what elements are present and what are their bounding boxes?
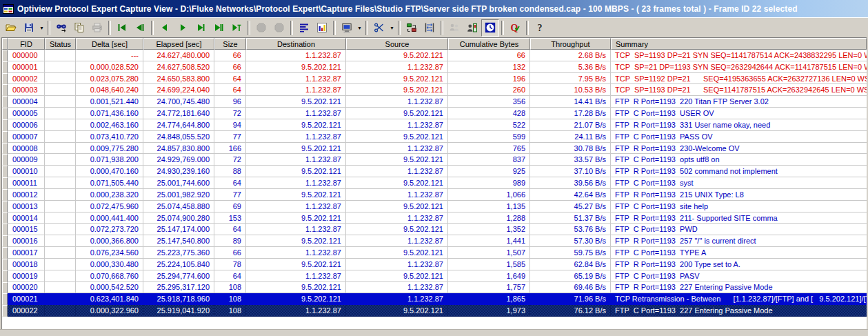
cell-delta: 0.009,775.280 <box>76 143 143 155</box>
frame-row-000022[interactable]: 0000220.000,322.96025.919,041.9201081.1.… <box>2 305 867 317</box>
capture-view-mode-button[interactable] <box>338 19 356 37</box>
cell-status <box>45 189 76 201</box>
open-file-button[interactable] <box>2 19 20 37</box>
binoculars-icon <box>56 22 67 33</box>
cell-size: 64 <box>214 270 246 282</box>
column-header-fid[interactable]: FID <box>8 38 45 50</box>
svg-text:?: ? <box>538 23 543 33</box>
save-button[interactable] <box>20 19 38 37</box>
clock-icon <box>485 22 496 33</box>
frame-row-000016[interactable]: 0000160.000,366.80025.147,540.800899.5.2… <box>2 235 867 247</box>
cell-status <box>45 247 76 259</box>
copy-button[interactable] <box>70 19 88 37</box>
cell-elapsed: 24.857,830.800 <box>143 143 214 155</box>
cell-size: 72 <box>214 154 246 166</box>
app-window: Optiview Protocol Expert Capture View - … <box>0 0 868 336</box>
toolbar-separator <box>333 21 336 35</box>
frame-row-000008[interactable]: 0000080.009,775.28024.857,830.8001669.5.… <box>2 143 867 155</box>
cell-delta: 0.623,401.840 <box>76 293 143 305</box>
column-header-status[interactable]: Status <box>45 38 76 50</box>
frame-row-000017[interactable]: 0000170.076,234.56025.223,775.360661.1.2… <box>2 247 867 259</box>
row-margin-cell <box>2 108 8 119</box>
cell-source: 1.1.232.87 <box>346 235 448 247</box>
frame-row-000015[interactable]: 0000150.072,273.72025.147,174.000641.1.2… <box>2 224 867 235</box>
frame-row-000019[interactable]: 0000190.070,668.76025.294,774.600641.1.2… <box>2 270 867 282</box>
next-frame-button[interactable] <box>174 19 192 37</box>
frame-row-000020[interactable]: 0000200.000,542.52025.295,317.1201089.5.… <box>2 282 867 294</box>
help-button[interactable]: ? <box>531 19 549 37</box>
cell-cumulative_bytes: 1,352 <box>448 224 530 235</box>
frame-row-000000[interactable]: 000000---24.627,480.000661.1.232.879.5.2… <box>2 50 867 61</box>
frame-row-000003[interactable]: 0000030.048,640.24024.699,224.040641.1.2… <box>2 84 867 96</box>
cell-elapsed: 24.627,480.000 <box>143 50 214 61</box>
cell-fid: 000003 <box>8 84 45 96</box>
row-margin-cell <box>2 61 8 73</box>
frame-row-000018[interactable]: 0000180.000,330.48025.224,105.840789.5.2… <box>2 259 867 270</box>
cell-fid: 000005 <box>8 108 45 119</box>
cell-fid: 000020 <box>8 282 45 294</box>
timing-view-button[interactable] <box>481 19 499 37</box>
cell-throughput: 39.56 B/s <box>530 177 611 189</box>
expert-summary-button[interactable] <box>463 19 481 37</box>
column-header-summary[interactable]: Summary <box>611 38 867 50</box>
goto-tagged-frame-button[interactable] <box>228 19 245 37</box>
cell-size: 69 <box>214 201 246 213</box>
frame-row-000012[interactable]: 0000120.000,238.32025.001,982.920779.5.2… <box>2 189 867 201</box>
frame-row-000013[interactable]: 0000130.072,475.96025.074,458.880691.1.2… <box>2 201 867 213</box>
column-header-destination[interactable]: Destination <box>246 38 346 50</box>
column-header-delta[interactable]: Delta [sec] <box>76 38 143 50</box>
cell-status <box>45 259 76 270</box>
frame-row-000009[interactable]: 0000090.071,938.20024.929,769.000721.1.2… <box>2 154 867 166</box>
cell-source: 9.5.202.121 <box>346 305 448 317</box>
titlebar[interactable]: Optiview Protocol Expert Capture View - … <box>0 0 868 17</box>
frame-row-000006[interactable]: 0000060.002,463.16024.774,644.800949.5.2… <box>2 119 867 131</box>
frame-row-000004[interactable]: 0000040.001,521.44024.700,745.480969.5.2… <box>2 96 867 108</box>
cell-summary: FTP C Port=1193 USER OV <box>611 108 867 119</box>
cell-delta: 0.000,238.320 <box>76 189 143 201</box>
cell-elapsed: 24.699,224.040 <box>143 84 214 96</box>
capture-view-mode-button-dropdown[interactable]: ▾ <box>356 20 363 36</box>
frame-row-000001[interactable]: 0000010.000,028.52024.627,508.520669.5.2… <box>2 61 867 73</box>
cell-throughput: 51.37 B/s <box>530 213 611 224</box>
save-button-dropdown[interactable]: ▾ <box>38 20 46 36</box>
cell-elapsed: 25.074,900.280 <box>143 213 214 224</box>
cell-destination: 1.1.232.87 <box>246 270 346 282</box>
column-header-cumulative_bytes[interactable]: Cumulative Bytes <box>448 38 530 50</box>
goto-last-frame-button[interactable] <box>210 19 228 37</box>
help-icon: ? <box>534 22 545 33</box>
prev-frame-button[interactable] <box>156 19 174 37</box>
connection-setup-button[interactable] <box>403 19 421 37</box>
cell-summary: FTP R Port=1193 227 Entering Passive Mod… <box>611 282 867 294</box>
goto-first-frame-button[interactable] <box>113 19 131 37</box>
cell-status <box>45 108 76 119</box>
connection-icon <box>406 22 417 33</box>
goto-next-marked-button[interactable] <box>192 19 210 37</box>
frame-row-000007[interactable]: 0000070.073,410.72024.848,055.520771.1.2… <box>2 131 867 143</box>
frame-row-000010[interactable]: 0000100.000,470.16024.930,239.160889.5.2… <box>2 166 867 177</box>
find-frame-button[interactable] <box>52 19 70 37</box>
filter-button-dropdown[interactable]: ▾ <box>388 20 396 36</box>
frame-row-000021[interactable]: 0000210.623,401.84025.918,718.9601089.5.… <box>2 293 867 305</box>
conversation-map-button[interactable] <box>421 19 438 37</box>
cell-cumulative_bytes: 1,066 <box>448 189 530 201</box>
frame-row-000014[interactable]: 0000140.000,441.40025.074,900.2801539.5.… <box>2 213 867 224</box>
column-header-elapsed[interactable]: Elapsed [sec] <box>143 38 214 50</box>
qos-button[interactable]: Q <box>506 19 524 37</box>
goto-prev-marked-button[interactable] <box>131 19 149 37</box>
table-header-row: FIDStatusDelta [sec]Elapsed [sec]SizeDes… <box>2 38 867 50</box>
column-header-source[interactable]: Source <box>346 38 448 50</box>
column-header-throughput[interactable]: Throughput <box>530 38 611 50</box>
cell-throughput: 17.28 B/s <box>530 108 611 119</box>
protocol-distribution-button[interactable] <box>295 19 313 37</box>
cell-summary: FTP R Port=1193 257 "/" is current direc… <box>611 235 867 247</box>
frame-row-000002[interactable]: 0000020.023,075.28024.650,583.800641.1.2… <box>2 73 867 85</box>
cell-status <box>45 177 76 189</box>
cell-summary: TCP SP=21 DP=1193 SYN SEQ=2632942644 ACK… <box>611 61 867 73</box>
frame-row-000005[interactable]: 0000050.071,436.16024.772,181.640721.1.2… <box>2 108 867 119</box>
frame-row-000011[interactable]: 0000110.071,505.44025.001,744.600641.1.2… <box>2 177 867 189</box>
filter-button[interactable] <box>370 19 388 37</box>
row-margin-cell <box>2 282 8 294</box>
column-header-size[interactable]: Size <box>214 38 246 50</box>
statistics-chart-button[interactable] <box>313 19 331 37</box>
cell-size: 72 <box>214 108 246 119</box>
